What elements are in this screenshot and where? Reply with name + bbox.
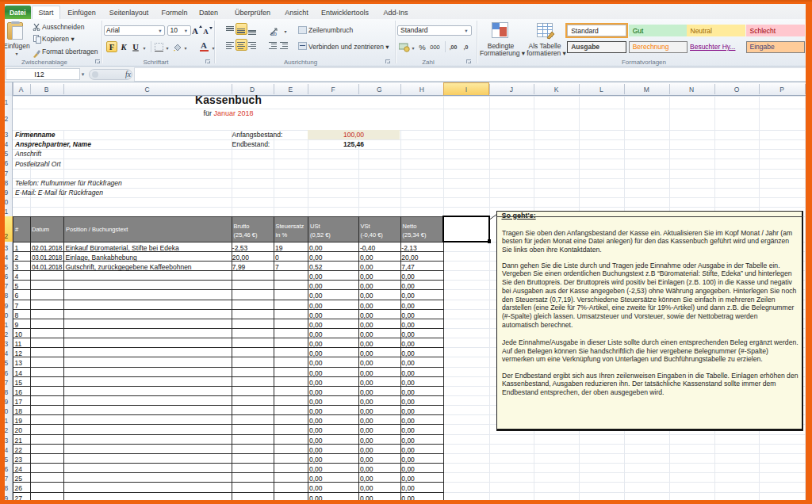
svg-text:ab: ab [270, 31, 277, 36]
